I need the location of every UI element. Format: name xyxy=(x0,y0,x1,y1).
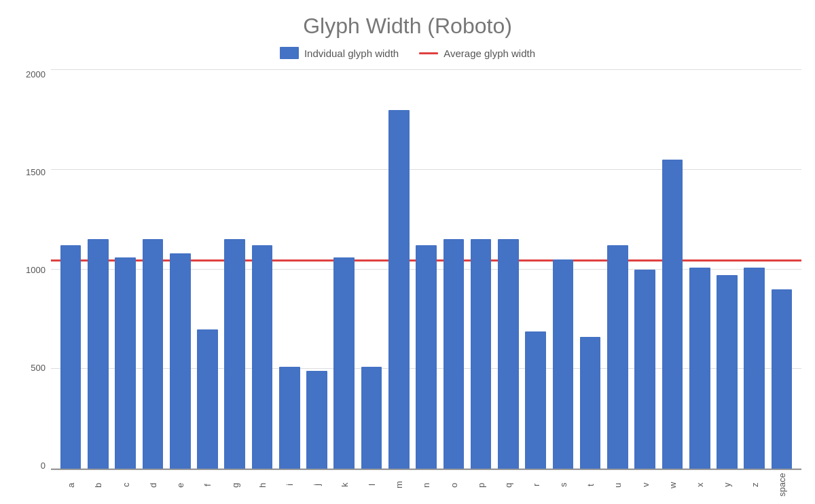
chart-area: 0500100015002000 abcdefghijklmnopqrstuvw… xyxy=(14,70,801,497)
x-label: s xyxy=(550,472,576,498)
bar-group xyxy=(769,70,795,469)
bar-group xyxy=(140,70,166,469)
x-label: q xyxy=(495,472,521,498)
x-axis: abcdefghijklmnopqrstuvwxyzspace xyxy=(51,470,801,497)
bar xyxy=(388,110,410,469)
bar-group xyxy=(659,70,685,469)
bar-group xyxy=(441,70,467,469)
legend-item-bar: Indvidual glyph width xyxy=(280,47,399,59)
bar-group xyxy=(468,70,494,469)
x-label: w xyxy=(659,472,685,498)
x-label: d xyxy=(140,472,166,498)
bar xyxy=(717,275,738,469)
bar xyxy=(607,245,628,469)
x-label: i xyxy=(276,472,302,498)
bar xyxy=(471,239,492,469)
bar xyxy=(252,245,273,469)
x-label: r xyxy=(523,472,549,498)
bar xyxy=(88,239,109,469)
bar-group xyxy=(632,70,658,469)
bar-group xyxy=(304,70,329,469)
bar xyxy=(279,367,300,469)
bar-group xyxy=(604,70,630,469)
bar xyxy=(361,367,382,469)
bar-group xyxy=(85,70,111,469)
x-label: j xyxy=(304,472,329,498)
x-label: a xyxy=(58,472,84,498)
bar xyxy=(197,329,218,469)
y-label: 1500 xyxy=(26,168,46,177)
y-label: 1000 xyxy=(26,266,46,274)
bar xyxy=(634,270,655,469)
bar xyxy=(115,257,136,469)
plot-area: abcdefghijklmnopqrstuvwxyzspace xyxy=(51,70,801,497)
bar-group xyxy=(577,70,603,469)
x-label: u xyxy=(604,472,630,498)
chart-title: Glyph Width (Roboto) xyxy=(303,14,512,39)
x-label: k xyxy=(331,472,357,498)
bar xyxy=(306,371,327,469)
y-label: 500 xyxy=(31,363,46,372)
bar-group xyxy=(714,70,740,469)
bar-group xyxy=(276,70,302,469)
bar-group xyxy=(113,70,139,469)
x-label: c xyxy=(113,472,139,498)
bar xyxy=(553,259,574,469)
x-label: l xyxy=(359,472,384,498)
bar-group xyxy=(413,70,439,469)
x-label: v xyxy=(632,472,658,498)
grid-and-bars xyxy=(51,70,801,469)
bar-group xyxy=(550,70,576,469)
bar xyxy=(580,337,601,469)
bar xyxy=(525,331,546,469)
bars-wrapper xyxy=(51,70,801,469)
y-label: 0 xyxy=(41,461,46,470)
bar xyxy=(416,245,437,469)
bar-group xyxy=(194,70,220,469)
y-axis: 0500100015002000 xyxy=(14,70,51,497)
legend: Indvidual glyph width Average glyph widt… xyxy=(280,47,535,59)
x-label: o xyxy=(441,472,467,498)
chart-container: Glyph Width (Roboto) Indvidual glyph wid… xyxy=(0,0,815,504)
x-label: h xyxy=(249,472,275,498)
bar-group xyxy=(167,70,193,469)
bar-group xyxy=(523,70,549,469)
x-label: x xyxy=(687,472,712,498)
bar-group xyxy=(249,70,275,469)
bar xyxy=(60,245,82,469)
bar xyxy=(333,257,355,469)
bar xyxy=(224,239,245,469)
bar-group xyxy=(359,70,384,469)
x-label: m xyxy=(386,472,412,498)
x-label: g xyxy=(222,472,248,498)
bar-group xyxy=(687,70,712,469)
bar xyxy=(143,239,164,469)
bar xyxy=(443,239,465,469)
x-label: space xyxy=(769,472,795,498)
bar xyxy=(662,160,683,469)
bar-group xyxy=(495,70,521,469)
y-label: 2000 xyxy=(26,70,46,79)
x-label: p xyxy=(468,472,494,498)
bar-group xyxy=(386,70,412,469)
bar-group xyxy=(58,70,84,469)
x-label: e xyxy=(167,472,193,498)
bar-group xyxy=(742,70,767,469)
x-label: f xyxy=(194,472,220,498)
bar-group xyxy=(222,70,248,469)
legend-line-label: Average glyph width xyxy=(443,48,535,59)
bar-group xyxy=(331,70,357,469)
x-label: n xyxy=(413,472,439,498)
legend-bar-icon xyxy=(280,47,299,59)
bar xyxy=(498,239,519,469)
x-label: t xyxy=(577,472,603,498)
legend-bar-label: Indvidual glyph width xyxy=(304,48,399,59)
legend-line-icon xyxy=(419,52,438,54)
bar xyxy=(689,268,710,469)
x-label: z xyxy=(742,472,767,498)
bar xyxy=(744,268,765,469)
bar xyxy=(170,253,191,469)
x-label: b xyxy=(85,472,111,498)
bar xyxy=(772,289,793,469)
legend-item-line: Average glyph width xyxy=(419,48,535,59)
